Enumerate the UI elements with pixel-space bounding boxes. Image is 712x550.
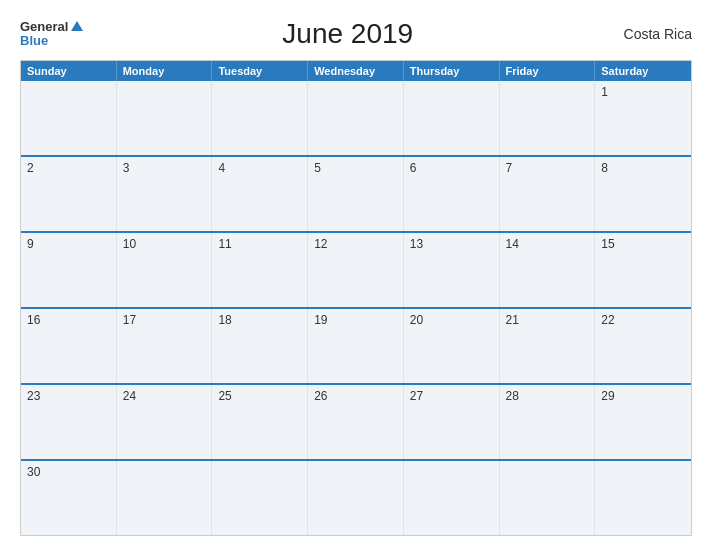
day-cell: [212, 461, 308, 535]
day-cell: 6: [404, 157, 500, 231]
logo: General Blue: [20, 20, 83, 49]
day-cell: 15: [595, 233, 691, 307]
day-cell: 29: [595, 385, 691, 459]
day-cell: 25: [212, 385, 308, 459]
day-number: 4: [218, 161, 225, 175]
day-number: 26: [314, 389, 327, 403]
day-cell: [117, 81, 213, 155]
day-cell: 12: [308, 233, 404, 307]
calendar-title: June 2019: [83, 18, 612, 50]
day-number: 7: [506, 161, 513, 175]
day-cell: 2: [21, 157, 117, 231]
day-number: 18: [218, 313, 231, 327]
day-header-saturday: Saturday: [595, 61, 691, 81]
day-number: 25: [218, 389, 231, 403]
day-number: 10: [123, 237, 136, 251]
day-cell: 11: [212, 233, 308, 307]
day-cell: 19: [308, 309, 404, 383]
day-cell: [404, 461, 500, 535]
week-row: 23242526272829: [21, 383, 691, 459]
day-cell: 13: [404, 233, 500, 307]
day-number: 19: [314, 313, 327, 327]
day-number: 30: [27, 465, 40, 479]
day-cell: 30: [21, 461, 117, 535]
week-row: 9101112131415: [21, 231, 691, 307]
day-number: 11: [218, 237, 231, 251]
day-cell: 18: [212, 309, 308, 383]
day-cell: 28: [500, 385, 596, 459]
day-cell: [21, 81, 117, 155]
day-cell: 8: [595, 157, 691, 231]
day-cell: [500, 81, 596, 155]
day-number: 23: [27, 389, 40, 403]
day-number: 8: [601, 161, 608, 175]
day-number: 14: [506, 237, 519, 251]
day-cell: 10: [117, 233, 213, 307]
day-number: 24: [123, 389, 136, 403]
day-header-thursday: Thursday: [404, 61, 500, 81]
day-cell: 23: [21, 385, 117, 459]
day-cell: 9: [21, 233, 117, 307]
day-number: 1: [601, 85, 608, 99]
logo-blue-text: Blue: [20, 34, 48, 48]
day-number: 27: [410, 389, 423, 403]
day-cell: 14: [500, 233, 596, 307]
day-number: 22: [601, 313, 614, 327]
day-cell: 1: [595, 81, 691, 155]
day-header-monday: Monday: [117, 61, 213, 81]
day-cell: [404, 81, 500, 155]
day-number: 21: [506, 313, 519, 327]
day-cell: 17: [117, 309, 213, 383]
week-row: 2345678: [21, 155, 691, 231]
country-label: Costa Rica: [612, 26, 692, 42]
day-number: 3: [123, 161, 130, 175]
day-cell: [117, 461, 213, 535]
day-cell: 24: [117, 385, 213, 459]
day-cell: [308, 81, 404, 155]
logo-triangle-icon: [71, 21, 83, 31]
day-number: 13: [410, 237, 423, 251]
day-number: 28: [506, 389, 519, 403]
day-cell: 4: [212, 157, 308, 231]
day-headers-row: SundayMondayTuesdayWednesdayThursdayFrid…: [21, 61, 691, 81]
day-number: 29: [601, 389, 614, 403]
header: General Blue June 2019 Costa Rica: [20, 18, 692, 50]
day-cell: [595, 461, 691, 535]
page: General Blue June 2019 Costa Rica Sunday…: [0, 0, 712, 550]
day-number: 17: [123, 313, 136, 327]
day-cell: [500, 461, 596, 535]
day-number: 20: [410, 313, 423, 327]
week-row: 30: [21, 459, 691, 535]
day-header-sunday: Sunday: [21, 61, 117, 81]
day-number: 6: [410, 161, 417, 175]
day-cell: [308, 461, 404, 535]
day-number: 2: [27, 161, 34, 175]
day-header-friday: Friday: [500, 61, 596, 81]
week-row: 16171819202122: [21, 307, 691, 383]
day-cell: 7: [500, 157, 596, 231]
day-header-wednesday: Wednesday: [308, 61, 404, 81]
day-cell: 20: [404, 309, 500, 383]
day-cell: 22: [595, 309, 691, 383]
day-number: 16: [27, 313, 40, 327]
day-number: 9: [27, 237, 34, 251]
day-cell: 3: [117, 157, 213, 231]
day-cell: [212, 81, 308, 155]
calendar: SundayMondayTuesdayWednesdayThursdayFrid…: [20, 60, 692, 536]
day-cell: 27: [404, 385, 500, 459]
week-row: 1: [21, 81, 691, 155]
day-header-tuesday: Tuesday: [212, 61, 308, 81]
logo-general-text: General: [20, 20, 68, 34]
day-number: 12: [314, 237, 327, 251]
day-cell: 26: [308, 385, 404, 459]
weeks-container: 1234567891011121314151617181920212223242…: [21, 81, 691, 535]
day-number: 5: [314, 161, 321, 175]
day-number: 15: [601, 237, 614, 251]
day-cell: 21: [500, 309, 596, 383]
day-cell: 16: [21, 309, 117, 383]
day-cell: 5: [308, 157, 404, 231]
